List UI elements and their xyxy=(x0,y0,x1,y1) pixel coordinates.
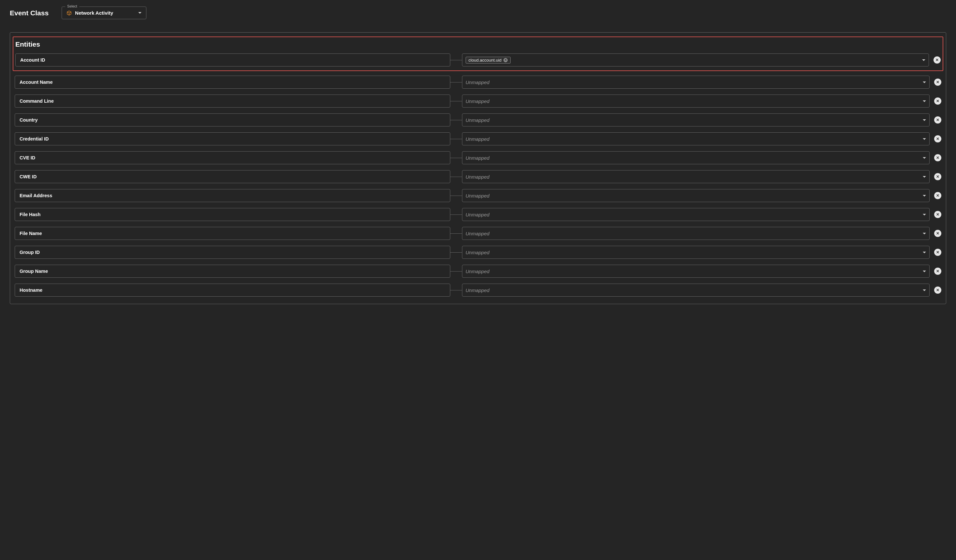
mapping-placeholder: Unmapped xyxy=(465,136,920,142)
entity-row: CWE IDUnmapped✕ xyxy=(15,170,941,183)
entity-mapping-select[interactable]: Unmapped xyxy=(462,113,929,127)
mapping-chip-label: cloud.account.uid xyxy=(469,58,502,63)
mapping-placeholder: Unmapped xyxy=(465,174,920,180)
mapping-placeholder: Unmapped xyxy=(465,155,920,161)
chevron-down-icon xyxy=(923,100,926,102)
mapping-placeholder: Unmapped xyxy=(465,212,920,217)
entities-panel: EntitiesAccount IDcloud.account.uid✕✕Acc… xyxy=(10,32,946,304)
delete-row-button[interactable]: ✕ xyxy=(934,78,941,86)
delete-row-button[interactable]: ✕ xyxy=(934,173,941,180)
highlighted-region: EntitiesAccount IDcloud.account.uid✕✕ xyxy=(13,36,943,71)
entity-row: Credential IDUnmapped✕ xyxy=(15,132,941,145)
entity-mapping-select[interactable]: Unmapped xyxy=(462,170,929,183)
mapping-placeholder: Unmapped xyxy=(465,231,920,236)
entity-mapping-select[interactable]: Unmapped xyxy=(462,265,929,278)
entity-row: Group IDUnmapped✕ xyxy=(15,246,941,259)
event-class-select[interactable]: Select Network Activity xyxy=(61,6,146,19)
entity-mapping-select[interactable]: Unmapped xyxy=(462,227,929,240)
chevron-down-icon xyxy=(923,82,926,83)
connector-line xyxy=(450,120,462,120)
entity-row: Account IDcloud.account.uid✕✕ xyxy=(15,53,941,66)
entity-label[interactable]: File Hash xyxy=(15,208,450,221)
connector-line xyxy=(450,60,462,60)
delete-row-button[interactable]: ✕ xyxy=(934,135,941,143)
entity-row: HostnameUnmapped✕ xyxy=(15,284,941,296)
entity-label[interactable]: File Name xyxy=(15,227,450,240)
entity-label[interactable]: Country xyxy=(15,113,450,127)
chevron-down-icon xyxy=(923,252,926,253)
chevron-down-icon xyxy=(923,271,926,272)
entity-mapping-select[interactable]: Unmapped xyxy=(462,246,929,259)
mapping-placeholder: Unmapped xyxy=(465,268,920,274)
connector-line xyxy=(450,215,462,215)
connector-line xyxy=(450,177,462,177)
chevron-down-icon xyxy=(923,289,926,291)
entity-label[interactable]: Account ID xyxy=(15,53,450,66)
entity-label[interactable]: Hostname xyxy=(15,284,450,296)
connector-line xyxy=(450,82,462,83)
entity-mapping-select[interactable]: cloud.account.uid✕ xyxy=(462,53,929,66)
chevron-down-icon xyxy=(923,157,926,159)
entities-heading: Entities xyxy=(15,41,941,48)
chevron-down-icon xyxy=(923,138,926,140)
cube-icon xyxy=(66,11,72,16)
mapping-placeholder: Unmapped xyxy=(465,287,920,293)
entity-label[interactable]: Account Name xyxy=(15,75,450,89)
entity-mapping-select[interactable]: Unmapped xyxy=(462,151,929,164)
chevron-down-icon xyxy=(138,12,142,14)
delete-row-button[interactable]: ✕ xyxy=(934,116,941,124)
entity-mapping-select[interactable]: Unmapped xyxy=(462,94,929,108)
entity-row: Command LineUnmapped✕ xyxy=(15,94,941,108)
entity-label[interactable]: Credential ID xyxy=(15,132,450,145)
mapping-placeholder: Unmapped xyxy=(465,250,920,255)
entity-row: Email AddressUnmapped✕ xyxy=(15,189,941,202)
delete-row-button[interactable]: ✕ xyxy=(934,192,941,199)
mapping-placeholder: Unmapped xyxy=(465,80,920,85)
connector-line xyxy=(450,252,462,253)
mapping-placeholder: Unmapped xyxy=(465,99,920,104)
entity-mapping-select[interactable]: Unmapped xyxy=(462,132,929,145)
entity-label[interactable]: CWE ID xyxy=(15,170,450,183)
connector-line xyxy=(450,271,462,271)
chevron-down-icon xyxy=(923,233,926,234)
delete-row-button[interactable]: ✕ xyxy=(934,249,941,256)
mapping-chip[interactable]: cloud.account.uid✕ xyxy=(465,57,511,64)
delete-row-button[interactable]: ✕ xyxy=(934,211,941,218)
connector-line xyxy=(450,196,462,196)
entity-label[interactable]: Group Name xyxy=(15,265,450,278)
entity-label[interactable]: Command Line xyxy=(15,94,450,108)
entity-mapping-select[interactable]: Unmapped xyxy=(462,208,929,221)
entity-row: Group NameUnmapped✕ xyxy=(15,265,941,278)
chevron-down-icon xyxy=(923,176,926,178)
event-class-value: Network Activity xyxy=(75,10,135,16)
entity-label[interactable]: Email Address xyxy=(15,189,450,202)
entity-mapping-select[interactable]: Unmapped xyxy=(462,284,929,296)
mapping-placeholder: Unmapped xyxy=(465,193,920,199)
entity-mapping-select[interactable]: Unmapped xyxy=(462,189,929,202)
entity-row: File NameUnmapped✕ xyxy=(15,227,941,240)
entity-row: Account NameUnmapped✕ xyxy=(15,75,941,89)
connector-line xyxy=(450,139,462,139)
delete-row-button[interactable]: ✕ xyxy=(934,154,941,162)
event-class-title: Event Class xyxy=(10,9,49,17)
entity-label[interactable]: CVE ID xyxy=(15,151,450,164)
chevron-down-icon xyxy=(923,195,926,196)
connector-line xyxy=(450,158,462,158)
select-floating-label: Select xyxy=(65,4,79,8)
delete-row-button[interactable]: ✕ xyxy=(934,56,941,64)
entity-label[interactable]: Group ID xyxy=(15,246,450,259)
delete-row-button[interactable]: ✕ xyxy=(934,268,941,275)
delete-row-button[interactable]: ✕ xyxy=(934,97,941,105)
chevron-down-icon xyxy=(922,59,925,61)
delete-row-button[interactable]: ✕ xyxy=(934,230,941,237)
chevron-down-icon xyxy=(923,119,926,121)
chevron-down-icon xyxy=(923,214,926,215)
chip-remove-icon[interactable]: ✕ xyxy=(503,58,508,62)
entity-row: CountryUnmapped✕ xyxy=(15,113,941,127)
entity-row: File HashUnmapped✕ xyxy=(15,208,941,221)
connector-line xyxy=(450,290,462,290)
mapping-placeholder: Unmapped xyxy=(465,117,920,123)
delete-row-button[interactable]: ✕ xyxy=(934,287,941,294)
entity-mapping-select[interactable]: Unmapped xyxy=(462,75,929,89)
entity-row: CVE IDUnmapped✕ xyxy=(15,151,941,164)
